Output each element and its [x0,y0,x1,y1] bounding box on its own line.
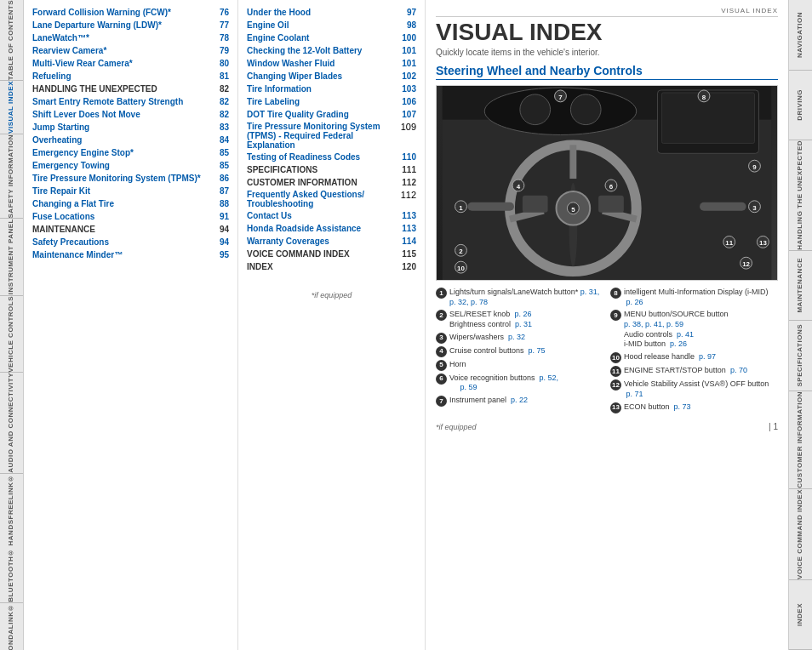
toc-link-tire-labeling[interactable]: Tire Labeling [247,96,402,107]
sidebar-item-instrument-panel[interactable]: INSTRUMENT PANEL [0,219,23,295]
toc-entry-maintenance-minder[interactable]: Maintenance Minder™ 95 [32,249,229,260]
toc-link-maintenance-minder[interactable]: Maintenance Minder™ [32,249,220,260]
sidebar-item-safety-information[interactable]: SAFETY INFORMATION [0,134,23,219]
toc-entry-emergency-towing[interactable]: Emergency Towing 85 [32,160,229,171]
toc-link-readiness-codes[interactable]: Testing of Readiness Codes [247,151,402,162]
toc-link-roadside[interactable]: Honda Roadside Assistance [247,223,402,234]
toc-link-tire-repair[interactable]: Tire Repair Kit [32,185,220,197]
toc-link-safety-precautions[interactable]: Safety Precautions [32,237,220,248]
toc-entry-tire-labeling[interactable]: Tire Labeling 106 [247,96,416,107]
toc-entry-emergency-stop[interactable]: Emergency Engine Stop* 85 [32,147,229,158]
visual-index-column: VISUAL INDEX VISUAL INDEX Quickly locate… [426,0,788,650]
vi-subtitle: Quickly locate items in the vehicle's in… [436,48,778,57]
vi-label-9: 9 MENU button/SOURCE buttonp. 38, p. 41,… [610,310,778,350]
toc-link-jump-starting[interactable]: Jump Starting [32,122,220,133]
toc-entry-fuse[interactable]: Fuse Locations 91 [32,211,229,222]
toc-entry-roadside[interactable]: Honda Roadside Assistance 113 [247,223,416,234]
sidebar-item-handling-unexpected[interactable]: HANDLING THE UNEXPECTED [789,140,812,251]
sidebar-item-index[interactable]: INDEX [789,580,812,651]
toc-entry-wiper-blades[interactable]: Changing Wiper Blades 102 [247,71,416,82]
sidebar-item-audio-connectivity[interactable]: AUDIO AND CONNECTIVITY [0,373,23,474]
toc-link-under-hood[interactable]: Under the Hood [247,7,407,18]
toc-link-multiview[interactable]: Multi-View Rear Camera* [32,58,220,69]
toc-link-warranty[interactable]: Warranty Coverages [247,236,402,247]
toc-link-contact[interactable]: Contact Us [247,210,402,221]
sidebar-item-voice-command-index[interactable]: VOICE COMMAND INDEX [789,489,812,580]
sidebar-item-navigation[interactable]: NAVIGATION [789,0,812,71]
vi-header-label: VISUAL INDEX [436,7,778,17]
toc-link-rearview[interactable]: Rearview Camera* [32,45,220,56]
toc-link-engine-oil[interactable]: Engine Oil [247,20,407,31]
toc-entry-overheating[interactable]: Overheating 84 [32,134,229,145]
toc-entry-changing-flat[interactable]: Changing a Flat Tire 88 [32,198,229,209]
toc-link-smart-entry[interactable]: Smart Entry Remote Battery Strength [32,96,220,107]
toc-entry-shift-lever[interactable]: Shift Lever Does Not Move 82 [32,109,229,120]
page-number: | 1 [769,421,778,431]
toc-entry-engine-oil[interactable]: Engine Oil 98 [247,20,416,31]
sidebar-item-bluetooth[interactable]: BLUETOOTH® HANDSFREELINK® [0,474,23,603]
main-content: Forward Collision Warning (FCW)* 76 Lane… [24,0,788,650]
toc-entry-washer-fluid[interactable]: Window Washer Fluid 101 [247,58,416,69]
sidebar-item-customer-information[interactable]: CUSTOMER INFORMATION [789,391,812,489]
toc-link-tire-info[interactable]: Tire Information [247,83,402,94]
toc-entry-refueling[interactable]: Refueling 81 [32,71,229,82]
toc-link-lanewatch[interactable]: LaneWatch™* [32,32,220,43]
toc-link-engine-coolant[interactable]: Engine Coolant [247,32,402,43]
toc-link-dot-grading[interactable]: DOT Tire Quality Grading [247,109,402,120]
toc-entry-tpms-federal[interactable]: Tire Pressure Monitoring System (TPMS) -… [247,122,416,150]
toc-link-12v-battery[interactable]: Checking the 12-Volt Battery [247,45,402,56]
toc-entry-12v-battery[interactable]: Checking the 12-Volt Battery 101 [247,45,416,56]
toc-entry-smart-entry[interactable]: Smart Entry Remote Battery Strength 82 [32,96,229,107]
toc-entry-tire-repair[interactable]: Tire Repair Kit 87 [32,185,229,197]
sidebar-item-vehicle-controls[interactable]: VEHICLE CONTROLS [0,296,23,373]
vi-label-3: 3 Wipers/washers p. 32 [436,333,603,344]
toc-entry-ldw[interactable]: Lane Departure Warning (LDW)* 77 [32,20,229,31]
toc-entry-contact[interactable]: Contact Us 113 [247,210,416,221]
sidebar-item-hondalink[interactable]: HONDALINK® [0,603,23,650]
toc-entry-tire-info[interactable]: Tire Information 103 [247,83,416,94]
toc-entry-lanewatch[interactable]: LaneWatch™* 78 [32,32,229,43]
toc-link-fuse[interactable]: Fuse Locations [32,211,220,222]
sidebar-item-visual-index[interactable]: VISUAL INDEX [0,81,23,134]
toc-column-2: Under the Hood 97 Engine Oil 98 Engine C… [238,0,426,650]
toc-link-emergency-stop[interactable]: Emergency Engine Stop* [32,147,220,158]
toc-entry-readiness-codes[interactable]: Testing of Readiness Codes 110 [247,151,416,162]
sidebar-item-maintenance[interactable]: MAINTENANCE [789,251,812,322]
sidebar-item-table-of-contents[interactable]: TABLE OF CONTENTS [0,0,23,81]
toc-entry-under-hood[interactable]: Under the Hood 97 [247,7,416,18]
svg-rect-13 [700,202,746,211]
toc-entry-warranty[interactable]: Warranty Coverages 114 [247,236,416,247]
toc-entry-safety-precautions[interactable]: Safety Precautions 94 [32,237,229,248]
toc-link-changing-flat[interactable]: Changing a Flat Tire [32,198,220,209]
vi-label-11: 11 ENGINE START/STOP button p. 70 [610,366,778,377]
toc-link-tpms-federal[interactable]: Tire Pressure Monitoring System (TPMS) -… [247,122,401,150]
sidebar-item-driving[interactable]: DRIVING [789,71,812,141]
toc-link-fcw[interactable]: Forward Collision Warning (FCW)* [32,7,220,18]
toc-link-shift-lever[interactable]: Shift Lever Does Not Move [32,109,220,120]
toc-entry-specifications-header: SPECIFICATIONS 111 [247,164,416,175]
toc-link-washer-fluid[interactable]: Window Washer Fluid [247,58,402,69]
toc-entry-tpms[interactable]: Tire Pressure Monitoring System (TPMS)* … [32,173,229,184]
svg-rect-15 [598,196,624,213]
vi-labels-row: 1 Lights/turn signals/LaneWatch button* … [436,288,778,416]
toc-entry-engine-coolant[interactable]: Engine Coolant 100 [247,32,416,43]
toc-link-tpms[interactable]: Tire Pressure Monitoring System (TPMS)* [32,173,220,184]
svg-text:9: 9 [752,163,757,171]
toc-entry-dot-grading[interactable]: DOT Tire Quality Grading 107 [247,109,416,120]
toc-entry-jump-starting[interactable]: Jump Starting 83 [32,122,229,133]
svg-text:10: 10 [457,265,465,272]
svg-rect-14 [523,196,548,213]
toc-link-refueling[interactable]: Refueling [32,71,220,82]
toc-entry-rearview[interactable]: Rearview Camera* 79 [32,45,229,56]
toc-link-faq[interactable]: Frequently Asked Questions/ Troubleshoot… [247,190,401,208]
vi-label-8: 8 intelligent Multi-Information Display … [610,288,778,307]
toc-page-fcw: 76 [220,7,229,18]
toc-entry-multiview[interactable]: Multi-View Rear Camera* 80 [32,58,229,69]
toc-link-emergency-towing[interactable]: Emergency Towing [32,160,220,171]
toc-link-wiper-blades[interactable]: Changing Wiper Blades [247,71,402,82]
toc-entry-fcw[interactable]: Forward Collision Warning (FCW)* 76 [32,7,229,18]
toc-entry-faq[interactable]: Frequently Asked Questions/ Troubleshoot… [247,190,416,208]
sidebar-item-specifications[interactable]: SPECIFICATIONS [789,321,812,391]
toc-link-ldw[interactable]: Lane Departure Warning (LDW)* [32,20,220,31]
toc-link-overheating[interactable]: Overheating [32,134,220,145]
